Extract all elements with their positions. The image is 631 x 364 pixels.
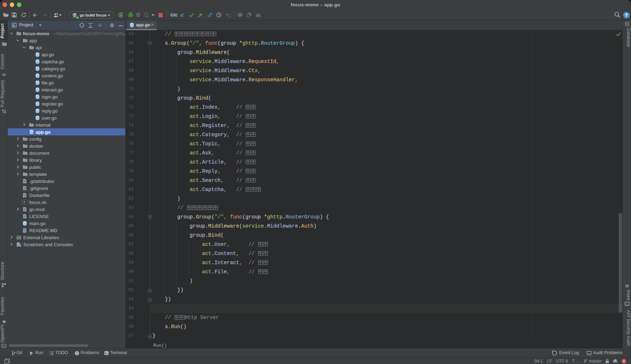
svg-text:API: API [2,345,5,347]
svg-text:API: API [588,352,591,355]
svg-text:API: API [626,303,629,305]
svg-text:MD: MD [23,231,26,233]
